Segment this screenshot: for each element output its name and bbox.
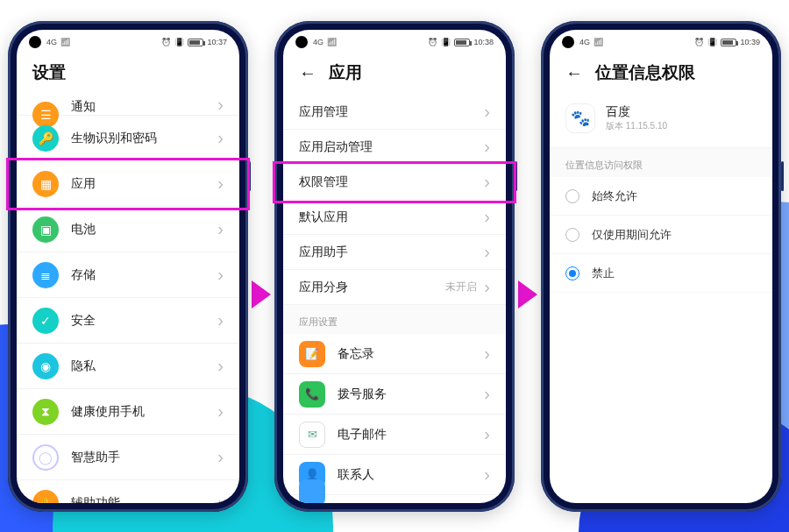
app-settings-row[interactable]: 权限管理 xyxy=(283,165,506,200)
settings-item-icon: ◯ xyxy=(32,444,59,471)
chevron-right-icon xyxy=(484,344,490,364)
chevron-right-icon xyxy=(217,128,224,148)
permission-option[interactable]: 仅使用期间允许 xyxy=(550,216,772,254)
network-label: 4G xyxy=(313,38,323,46)
app-row[interactable]: 📞拨号服务 xyxy=(283,374,506,415)
status-bar: 4G 10:39 xyxy=(550,30,772,54)
row-value: 未开启 xyxy=(445,280,477,294)
page-title: 设置 xyxy=(32,61,66,84)
settings-item-label: 生物识别和密码 xyxy=(71,131,217,146)
arrow-icon xyxy=(518,280,537,309)
radio-icon xyxy=(565,228,579,242)
radio-icon xyxy=(565,189,579,203)
page-header: 应用 xyxy=(283,54,506,95)
settings-row[interactable]: ≣存储 xyxy=(17,252,239,298)
page-title: 位置信息权限 xyxy=(595,61,695,84)
chevron-right-icon xyxy=(217,265,224,285)
camera-hole xyxy=(29,36,41,48)
vibrate-icon xyxy=(707,38,717,46)
app-name: 百度 xyxy=(606,104,667,120)
app-version: 版本 11.15.5.10 xyxy=(606,120,667,132)
settings-row[interactable]: 🔑生物识别和密码 xyxy=(17,116,239,161)
phone-frame-2: 4G 10:38 应用 应用管理应用启动管理权限管理默认应用应用助手应用分身未开… xyxy=(274,21,515,512)
alarm-icon xyxy=(161,38,171,46)
chevron-right-icon xyxy=(484,172,490,192)
app-info: 🐾 百度 版本 11.15.5.10 xyxy=(550,95,772,148)
settings-item-icon: ✋ xyxy=(32,490,59,504)
app-item-icon: 📞 xyxy=(299,381,325,408)
permission-option[interactable]: 始终允许 xyxy=(550,177,772,216)
settings-item-label: 辅助功能 xyxy=(71,495,217,504)
settings-item-icon: ▣ xyxy=(32,216,59,243)
app-item-label: 备忘录 xyxy=(338,346,484,362)
settings-item-label: 智慧助手 xyxy=(71,450,217,465)
settings-row[interactable]: ◯智慧助手 xyxy=(17,435,239,480)
network-label: 4G xyxy=(579,38,590,46)
chevron-right-icon xyxy=(217,174,224,194)
app-settings-row[interactable]: 应用分身未开启 xyxy=(283,270,506,305)
settings-row[interactable]: ▦应用 xyxy=(17,161,239,207)
settings-row[interactable]: ◉隐私 xyxy=(17,344,239,389)
signal-icon xyxy=(60,38,70,46)
back-button[interactable] xyxy=(565,63,583,83)
apps-list[interactable]: 应用管理应用启动管理权限管理默认应用应用助手应用分身未开启应用设置📝备忘录📞拨号… xyxy=(283,95,506,503)
chevron-right-icon xyxy=(484,465,490,485)
back-button[interactable] xyxy=(299,63,316,83)
screen-apps: 4G 10:38 应用 应用管理应用启动管理权限管理默认应用应用助手应用分身未开… xyxy=(283,30,506,503)
status-bar: 4G 10:37 xyxy=(17,30,239,54)
vibrate-icon xyxy=(174,38,184,46)
chevron-right-icon xyxy=(217,447,224,467)
permission-options: 始终允许仅使用期间允许禁止 xyxy=(550,177,772,293)
settings-item-label: 应用 xyxy=(71,176,217,192)
settings-row[interactable]: ✋辅助功能 xyxy=(17,480,239,503)
settings-row[interactable]: ▣电池 xyxy=(17,207,239,252)
settings-item-icon: ◉ xyxy=(32,353,59,379)
settings-item-icon: ▦ xyxy=(32,171,59,197)
battery-icon xyxy=(721,39,736,46)
permission-option[interactable]: 禁止 xyxy=(550,254,772,293)
signal-icon xyxy=(327,38,337,46)
chevron-right-icon xyxy=(484,242,490,262)
chevron-right-icon xyxy=(217,401,224,422)
chevron-right-icon xyxy=(217,95,224,115)
network-label: 4G xyxy=(46,38,57,46)
screen-settings: 4G 10:37 设置 ☰通知🔑生物识别和密码▦应用▣电池≣存储✓安全◉隐私⧗健… xyxy=(17,30,239,503)
row-label: 应用分身 xyxy=(299,280,445,295)
camera-hole xyxy=(295,36,308,48)
page-title: 应用 xyxy=(329,61,362,84)
settings-item-label: 安全 xyxy=(71,313,217,329)
app-item-label: 拨号服务 xyxy=(338,387,484,402)
chevron-right-icon xyxy=(484,277,490,297)
app-row[interactable]: 📝备忘录 xyxy=(283,334,506,374)
app-item-icon: ✉ xyxy=(299,422,325,448)
chevron-right-icon xyxy=(217,219,224,239)
settings-item-icon: ⧗ xyxy=(32,399,59,425)
radio-icon xyxy=(565,266,579,280)
alarm-icon xyxy=(428,38,437,46)
clock-label: 10:39 xyxy=(740,38,760,46)
app-settings-row[interactable]: 默认应用 xyxy=(283,200,506,235)
option-label: 仅使用期间允许 xyxy=(592,227,672,243)
settings-item-icon: 🔑 xyxy=(32,125,59,152)
app-item-icon: 📝 xyxy=(299,341,325,367)
settings-row[interactable]: ⧗健康使用手机 xyxy=(17,389,239,435)
settings-item-label: 电池 xyxy=(71,222,217,238)
camera-hole xyxy=(562,36,574,48)
settings-row[interactable]: ✓安全 xyxy=(17,298,239,344)
app-item-label: 电子邮件 xyxy=(338,427,484,443)
app-row[interactable]: ✉电子邮件 xyxy=(283,415,506,455)
row-label: 权限管理 xyxy=(299,174,484,190)
settings-list[interactable]: ☰通知🔑生物识别和密码▦应用▣电池≣存储✓安全◉隐私⧗健康使用手机◯智慧助手✋辅… xyxy=(17,95,239,503)
app-row[interactable] xyxy=(283,495,506,503)
settings-row[interactable]: ☰通知 xyxy=(17,95,239,116)
clock-label: 10:37 xyxy=(207,38,227,46)
status-bar: 4G 10:38 xyxy=(283,30,506,54)
battery-icon xyxy=(454,39,470,46)
page-header: 设置 xyxy=(17,54,239,95)
app-settings-row[interactable]: 应用管理 xyxy=(283,95,506,130)
app-settings-row[interactable]: 应用助手 xyxy=(283,235,506,270)
row-label: 默认应用 xyxy=(299,209,484,225)
chevron-right-icon xyxy=(484,102,490,122)
section-header: 应用设置 xyxy=(283,305,506,334)
app-settings-row[interactable]: 应用启动管理 xyxy=(283,130,506,165)
